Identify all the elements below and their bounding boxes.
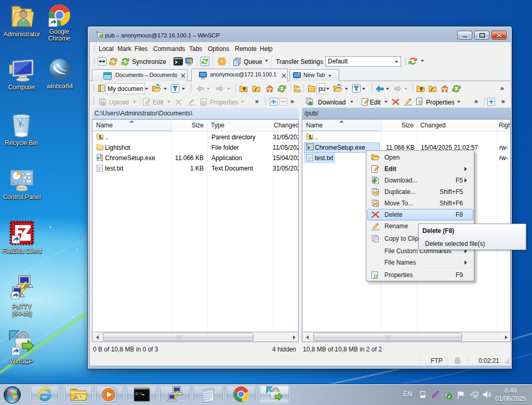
svg-text:C:\: C:\ bbox=[136, 392, 143, 396]
